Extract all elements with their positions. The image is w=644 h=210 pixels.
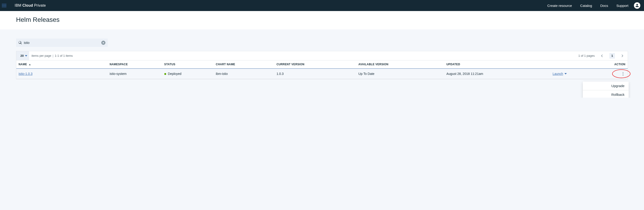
clear-search-icon[interactable] [101,41,106,45]
nav-catalog[interactable]: Catalog [580,4,592,8]
per-page-value: 20 [20,54,24,57]
search-box [16,39,108,47]
top-bar: IBM Cloud Private Create resource Catalo… [0,0,644,11]
chevron-down-icon [564,73,567,74]
row-actions-menu: Upgrade Rollback Delete [583,81,629,98]
menu-item-upgrade[interactable]: Upgrade [583,81,629,90]
search-icon [18,41,22,45]
range-label: 1-1 of 1 items [55,54,73,57]
pages-label: 1 of 1 pages [578,54,595,57]
nav-create-resource[interactable]: Create resource [547,4,572,8]
chevron-down-icon [25,55,27,57]
status-dot-icon [164,73,166,75]
page-header: Helm Releases [0,11,644,29]
nav-docs[interactable]: Docs [600,4,608,8]
divider: | [52,54,53,57]
col-header-name[interactable]: NAME [18,63,110,66]
brand-logo: IBM Cloud Private [15,4,46,8]
search-input[interactable] [24,41,101,45]
cell-status: Deployed [164,72,216,76]
table-controls: 20 items per page | 1-1 of 1 items 1 of … [16,51,628,60]
user-avatar-icon[interactable] [634,2,640,9]
prev-page-button[interactable] [599,53,605,59]
chevron-right-icon [621,54,623,57]
brand-prefix: IBM [15,4,22,7]
row-actions-button[interactable] [621,71,626,76]
per-page-label: items per page [32,54,51,57]
launch-link[interactable]: Launch [552,72,567,76]
per-page-selector[interactable]: 20 [16,51,29,60]
table-header: NAME NAMESPACE STATUS CHART NAME CURRENT… [16,60,628,68]
chevron-left-icon [601,54,603,57]
cell-namespace: istio-system [110,72,164,76]
content-area: 20 items per page | 1-1 of 1 items 1 of … [0,29,644,98]
table-row: istio-1.0.3 istio-system Deployed ibm-is… [16,68,628,79]
col-header-action: ACTION [595,63,626,66]
col-header-available-version[interactable]: AVAILABLE VERSION [358,63,446,66]
col-header-chart[interactable]: CHART NAME [216,63,276,66]
col-header-current-version[interactable]: CURRENT VERSION [276,63,358,66]
cell-chart: ibm-istio [216,72,276,76]
brand-bold: Cloud [22,4,33,7]
brand-suffix: Private [33,4,46,7]
current-page[interactable]: 1 [610,53,615,59]
release-name-link[interactable]: istio-1.0.3 [18,72,32,76]
cell-updated: August 28, 2018 11:21am [446,72,552,76]
menu-item-rollback[interactable]: Rollback [583,90,629,98]
cell-current-version: 1.0.3 [276,72,358,76]
next-page-button[interactable] [619,53,626,59]
col-header-launch [552,63,595,66]
col-header-updated[interactable]: UPDATED [446,63,552,66]
hamburger-icon[interactable] [2,3,7,8]
nav-support[interactable]: Support [616,4,628,8]
col-header-status[interactable]: STATUS [164,63,216,66]
top-nav: Create resource Catalog Docs Support [547,4,628,8]
page-title: Helm Releases [16,16,628,24]
cell-available-version: Up To Date [358,72,446,76]
table-card: 20 items per page | 1-1 of 1 items 1 of … [16,51,628,79]
sort-asc-icon [29,63,31,66]
col-header-namespace[interactable]: NAMESPACE [110,63,164,66]
